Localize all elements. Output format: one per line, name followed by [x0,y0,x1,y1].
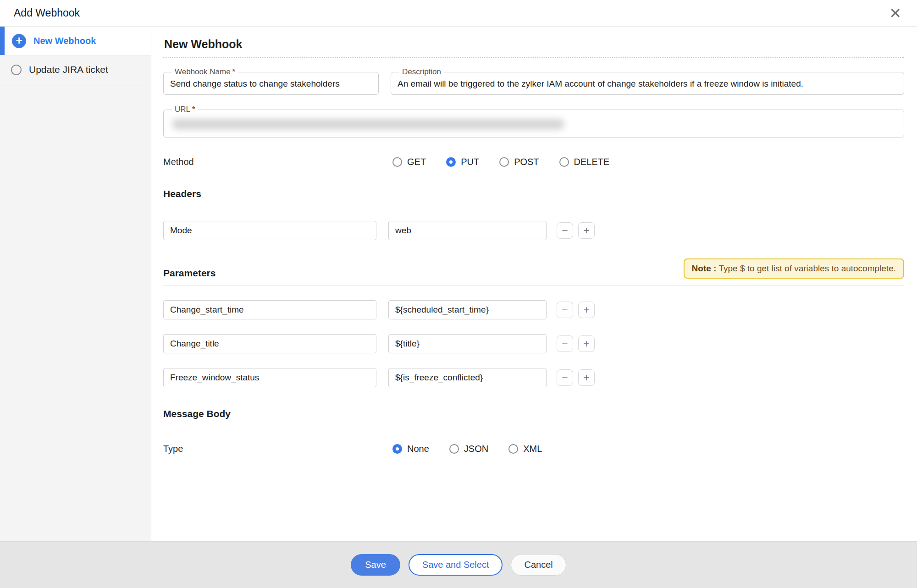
parameter-row: − + [163,368,904,387]
webhook-name-input[interactable] [170,77,372,90]
autocomplete-note: Note :Type $ to get list of variables to… [684,258,904,279]
method-radio-group: GET PUT POST DELETE [392,157,609,167]
parameter-value-input[interactable] [388,334,547,353]
sidebar: + New Webhook Update JIRA ticket [0,27,151,541]
parameters-heading-row: Parameters Note :Type $ to get list of v… [163,258,904,279]
type-label: Type [163,444,392,454]
add-row-button[interactable]: + [578,302,595,318]
radio-checked-icon [392,444,402,454]
remove-row-button[interactable]: − [557,302,573,318]
webhook-name-fieldset: Webhook Name* [163,67,379,95]
radio-icon [449,444,459,454]
radio-label: None [407,444,429,454]
method-label: Method [163,157,392,167]
message-body-divider [163,426,904,426]
type-option-json[interactable]: JSON [449,444,488,454]
cancel-button[interactable]: Cancel [511,554,566,576]
save-and-select-button[interactable]: Save and Select [409,554,503,576]
sidebar-item-label: New Webhook [33,36,96,46]
method-option-delete[interactable]: DELETE [559,157,610,167]
radio-label: JSON [464,444,488,454]
parameters-heading: Parameters [163,268,215,279]
radio-label: PUT [461,157,479,167]
remove-row-button[interactable]: − [557,369,573,386]
add-row-button[interactable]: + [578,335,595,352]
parameter-row: − + [163,300,904,319]
dialog-body: + New Webhook Update JIRA ticket New Web… [0,27,917,541]
required-mark: * [232,67,236,76]
add-webhook-dialog: Add Webhook ✕ + New Webhook Update JIRA … [0,0,917,588]
dialog-title: Add Webhook [14,7,80,19]
description-input[interactable] [398,77,897,90]
add-row-button[interactable]: + [578,222,595,239]
plus-circle-icon: + [12,34,26,48]
url-redacted-value[interactable] [172,119,564,130]
parameter-value-input[interactable] [388,300,547,319]
parameter-value-input[interactable] [388,368,547,387]
method-row: Method GET PUT POST [163,157,904,167]
parameter-key-input[interactable] [163,368,376,387]
radio-icon [508,444,518,454]
headers-heading: Headers [163,188,904,199]
heading-divider [163,57,904,58]
sidebar-item-update-jira-ticket[interactable]: Update JIRA ticket [0,55,151,84]
close-icon[interactable]: ✕ [887,6,903,21]
parameters-divider [163,285,904,286]
message-body-heading: Message Body [163,408,904,419]
header-key-input[interactable] [163,221,376,240]
description-label: Description [399,67,444,77]
type-radio-group: None JSON XML [392,444,542,454]
main-panel: New Webhook Webhook Name* Description UR… [151,27,917,541]
type-row: Type None JSON XML [163,444,904,454]
header-value-input[interactable] [388,221,547,240]
dialog-header: Add Webhook ✕ [0,0,917,27]
radio-label: GET [407,157,426,167]
radio-label: XML [523,444,542,454]
method-option-put[interactable]: PUT [446,157,479,167]
parameter-row: − + [163,334,904,353]
parameter-key-input[interactable] [163,300,376,319]
radio-icon [559,157,569,167]
url-fieldset: URL* [163,105,904,137]
radio-ring-icon [11,65,22,75]
remove-row-button[interactable]: − [557,222,573,239]
webhook-name-label: Webhook Name* [172,67,238,77]
headers-divider [163,206,904,206]
add-row-button[interactable]: + [578,369,595,386]
radio-label: DELETE [574,157,610,167]
remove-row-button[interactable]: − [557,335,573,352]
type-option-none[interactable]: None [392,444,429,454]
message-body-section: Message Body Type None JSON [163,408,904,454]
required-mark: * [192,105,195,114]
name-description-row: Webhook Name* Description [163,67,904,95]
radio-label: POST [514,157,539,167]
method-option-post[interactable]: POST [499,157,539,167]
sidebar-item-new-webhook[interactable]: + New Webhook [0,27,151,55]
save-button[interactable]: Save [351,554,400,576]
parameter-key-input[interactable] [163,334,376,353]
type-option-xml[interactable]: XML [508,444,542,454]
dialog-footer: Save Save and Select Cancel [0,541,917,588]
description-fieldset: Description [391,67,904,95]
method-option-get[interactable]: GET [392,157,426,167]
radio-icon [499,157,509,167]
url-label: URL* [172,105,198,114]
sidebar-item-label: Update JIRA ticket [29,64,108,75]
radio-icon [392,157,402,167]
header-row: − + [163,221,904,240]
note-label: Note : [692,264,717,273]
note-text: Type $ to get list of variables to autoc… [718,264,896,273]
radio-checked-icon [446,157,456,167]
page-title: New Webhook [164,38,904,51]
